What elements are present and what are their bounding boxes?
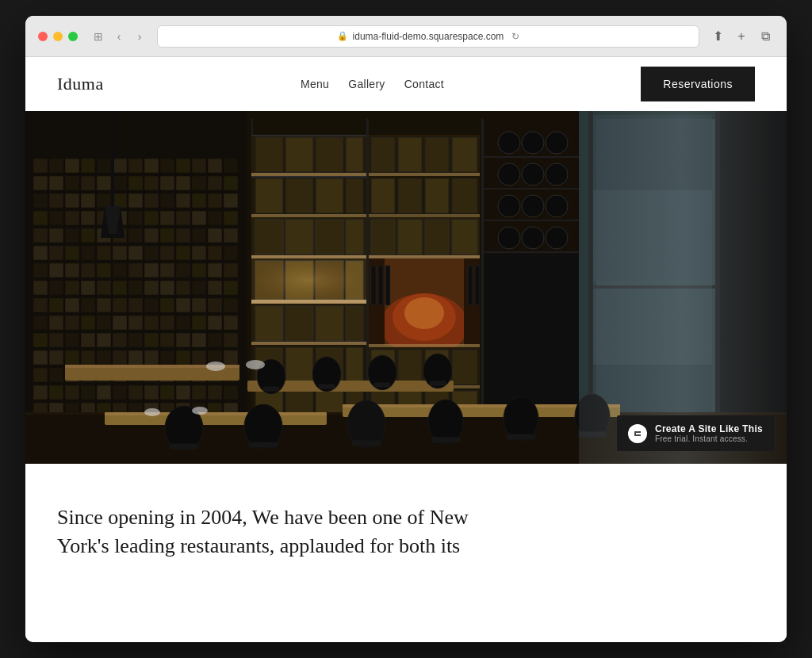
nav-menu[interactable]: Menu	[301, 78, 329, 90]
share-icon[interactable]: ⬆	[709, 28, 726, 45]
reservations-button[interactable]: Reservations	[641, 67, 755, 101]
forward-button[interactable]: ›	[132, 29, 147, 44]
lock-icon: 🔒	[337, 31, 348, 41]
hero-scene	[25, 111, 787, 464]
nav-contact[interactable]: Contact	[404, 78, 444, 90]
nav-gallery[interactable]: Gallery	[348, 78, 385, 90]
browser-chrome: ⊞ ‹ › 🔒 iduma-fluid-demo.squarespace.com…	[25, 16, 787, 57]
squarespace-badge-text: Create A Site Like This Free trial. Inst…	[655, 423, 763, 443]
close-button[interactable]	[38, 32, 48, 41]
site-logo[interactable]: Iduma	[57, 74, 104, 94]
svg-rect-390	[579, 111, 787, 464]
site-nav: Menu Gallery Contact	[301, 78, 444, 90]
browser-nav-controls: ⊞ ‹ ›	[90, 29, 147, 44]
body-text: Since opening in 2004, We have been one …	[57, 503, 517, 561]
maximize-button[interactable]	[68, 32, 78, 41]
back-button[interactable]: ‹	[111, 29, 127, 44]
browser-window: ⊞ ‹ › 🔒 iduma-fluid-demo.squarespace.com…	[25, 16, 787, 642]
squarespace-badge-title: Create A Site Like This	[655, 423, 763, 434]
window-grid-icon[interactable]: ⊞	[90, 29, 106, 44]
website-content: Iduma Menu Gallery Contact Reservations	[25, 57, 787, 642]
hero-image	[25, 111, 787, 464]
site-body: Since opening in 2004, We have been one …	[25, 464, 787, 585]
minimize-button[interactable]	[53, 32, 63, 41]
hero-wrapper: Create A Site Like This Free trial. Inst…	[25, 111, 787, 464]
new-tab-icon[interactable]: +	[733, 28, 750, 45]
address-bar[interactable]: 🔒 iduma-fluid-demo.squarespace.com ↻	[157, 25, 699, 48]
squarespace-badge-subtitle: Free trial. Instant access.	[655, 434, 763, 443]
url-text: iduma-fluid-demo.squarespace.com	[353, 31, 504, 42]
traffic-lights	[38, 32, 78, 41]
refresh-icon: ↻	[511, 31, 519, 42]
squarespace-logo-icon	[628, 424, 647, 443]
site-header: Iduma Menu Gallery Contact Reservations	[25, 57, 787, 111]
tabs-icon[interactable]: ⧉	[756, 28, 774, 45]
browser-actions: ⬆ + ⧉	[709, 28, 774, 45]
squarespace-badge[interactable]: Create A Site Like This Free trial. Inst…	[617, 415, 774, 451]
svg-rect-391	[630, 426, 645, 442]
